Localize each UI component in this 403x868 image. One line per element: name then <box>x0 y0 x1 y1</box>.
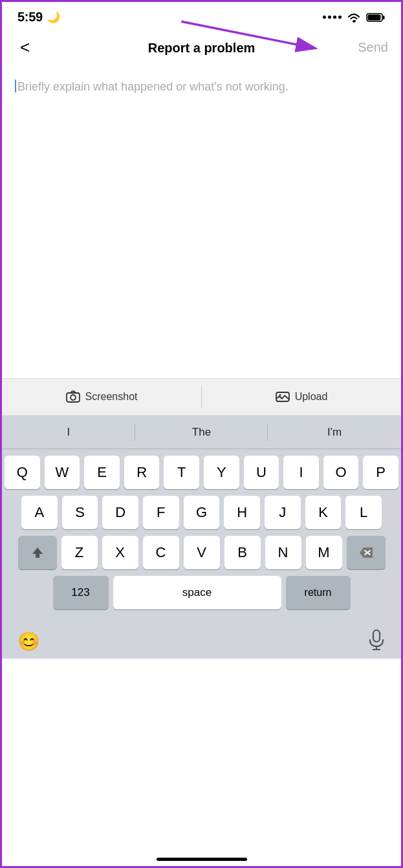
wifi-icon <box>347 12 361 23</box>
upload-button[interactable]: Upload <box>202 379 401 415</box>
svg-rect-6 <box>67 393 80 402</box>
predictive-item-0[interactable]: I <box>2 416 135 449</box>
key-i[interactable]: I <box>283 456 319 489</box>
keyboard-row-2: A S D F G H J K L <box>5 496 398 529</box>
upload-icon <box>276 390 290 403</box>
delete-key[interactable] <box>347 536 386 569</box>
svg-point-9 <box>279 394 281 396</box>
screenshot-label: Screenshot <box>85 391 138 403</box>
key-t[interactable]: T <box>164 456 199 489</box>
home-indicator <box>157 858 247 861</box>
key-j[interactable]: J <box>265 496 301 529</box>
key-b[interactable]: B <box>224 536 261 569</box>
text-cursor <box>15 79 16 92</box>
shift-icon <box>31 546 44 559</box>
camera-icon <box>66 390 80 403</box>
shift-key[interactable] <box>18 536 57 569</box>
screenshot-button[interactable]: Screenshot <box>2 379 201 415</box>
svg-rect-4 <box>383 16 385 19</box>
moon-icon: 🌙 <box>47 10 60 24</box>
key-o[interactable]: O <box>323 456 359 489</box>
key-s[interactable]: S <box>62 496 98 529</box>
svg-rect-13 <box>373 630 380 642</box>
nav-bar: < Report a problem Send <box>2 30 401 68</box>
key-w[interactable]: W <box>45 456 80 489</box>
back-button[interactable]: < <box>15 35 35 60</box>
upload-label: Upload <box>295 391 328 403</box>
signal-dots-icon <box>323 16 342 19</box>
key-k[interactable]: K <box>305 496 342 529</box>
numbers-key[interactable]: 123 <box>53 576 109 609</box>
key-v[interactable]: V <box>184 536 220 569</box>
key-l[interactable]: L <box>345 496 382 529</box>
keyboard-row-1: Q W E R T Y U I O P <box>5 456 398 489</box>
delete-icon <box>358 546 374 559</box>
key-u[interactable]: U <box>244 456 279 489</box>
space-label: space <box>182 586 212 599</box>
emoji-icon: 😊 <box>17 631 40 651</box>
return-key[interactable]: return <box>286 576 351 609</box>
status-time: 5:59 <box>17 10 43 25</box>
key-q[interactable]: Q <box>5 456 40 489</box>
key-z[interactable]: Z <box>61 536 98 569</box>
space-key[interactable]: space <box>113 576 281 609</box>
send-button[interactable]: Send <box>358 40 388 55</box>
svg-point-2 <box>353 20 355 23</box>
return-label: return <box>305 587 332 598</box>
key-h[interactable]: H <box>224 496 260 529</box>
key-a[interactable]: A <box>21 496 58 529</box>
page-title: Report a problem <box>148 41 256 56</box>
keyboard-row-4: 123 space return <box>5 576 398 609</box>
keyboard: Q W E R T Y U I O P A S D F G H J K L Z … <box>2 449 401 619</box>
key-y[interactable]: Y <box>204 456 239 489</box>
status-bar: 5:59 🌙 <box>2 2 401 30</box>
key-p[interactable]: P <box>363 456 398 489</box>
attachment-bar: Screenshot Upload <box>2 378 401 416</box>
mic-button[interactable] <box>367 630 386 653</box>
status-icons <box>323 12 386 23</box>
key-x[interactable]: X <box>102 536 138 569</box>
predictive-item-1[interactable]: The <box>135 416 268 449</box>
key-c[interactable]: C <box>143 536 179 569</box>
battery-icon <box>366 12 386 23</box>
mic-icon <box>367 630 386 650</box>
bottom-bar: 😊 <box>2 619 401 659</box>
key-n[interactable]: N <box>265 536 301 569</box>
key-m[interactable]: M <box>306 536 342 569</box>
numbers-label: 123 <box>71 586 89 599</box>
key-e[interactable]: E <box>84 456 120 489</box>
key-d[interactable]: D <box>102 496 138 529</box>
report-textarea-container[interactable]: Briefly explain what happened or what's … <box>2 68 401 378</box>
key-r[interactable]: R <box>124 456 160 489</box>
key-f[interactable]: F <box>143 496 179 529</box>
emoji-button[interactable]: 😊 <box>17 631 40 652</box>
svg-marker-10 <box>32 547 43 558</box>
predictive-item-2[interactable]: I'm <box>268 416 401 449</box>
keyboard-row-3: Z X C V B N M <box>5 536 398 569</box>
svg-rect-5 <box>368 14 381 20</box>
key-g[interactable]: G <box>184 496 220 529</box>
svg-point-7 <box>71 395 76 400</box>
report-placeholder: Briefly explain what happened or what's … <box>17 80 289 93</box>
predictive-bar: I The I'm <box>2 416 401 449</box>
